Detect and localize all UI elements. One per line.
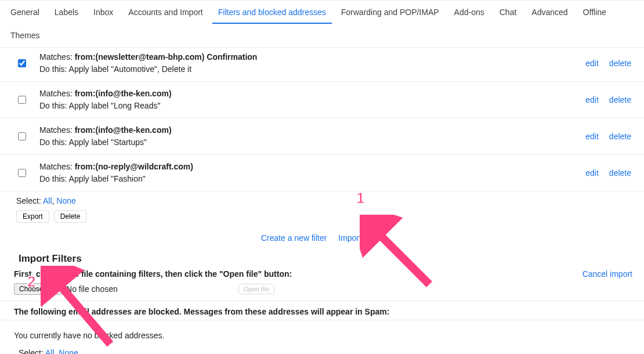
delete-button[interactable]: Delete [54, 210, 87, 223]
filter-action: Do this: Apply label "Startups" [39, 136, 585, 149]
filter-criteria: from:(newsletter@team-bhp.com) Confirmat… [75, 52, 258, 62]
file-chooser-row: Choose File No file chosen Open file [0, 282, 644, 301]
select-none-link[interactable]: None [56, 196, 75, 205]
matches-label: Matches: [39, 89, 73, 98]
blocked-header: The following email addresses are blocke… [0, 301, 644, 320]
edit-link[interactable]: edit [585, 132, 599, 141]
select-all-link[interactable]: All [43, 196, 52, 205]
filter-action: Do this: Apply label "Long Reads" [39, 100, 585, 112]
delete-link[interactable]: delete [609, 59, 631, 68]
select-bar: Select: All, None [0, 192, 644, 208]
select-label: Select: [19, 348, 44, 354]
tab-addons[interactable]: Add-ons [448, 1, 490, 24]
filter-action: Do this: Apply label "Fashion" [39, 173, 585, 185]
filter-row: Matches: from:(no-reply@wildcraft.com) D… [0, 155, 644, 192]
tab-inbox[interactable]: Inbox [88, 1, 119, 24]
filter-checkbox[interactable] [18, 132, 26, 140]
filter-criteria: from:(info@the-ken.com) [75, 125, 172, 135]
annotation-number-1: 1 [356, 189, 364, 207]
delete-link[interactable]: delete [609, 168, 631, 178]
tab-advanced[interactable]: Advanced [526, 1, 573, 24]
filters-content: Matches: from:(newsletter@team-bhp.com) … [0, 48, 644, 354]
edit-link[interactable]: edit [585, 59, 599, 68]
filter-row: Matches: from:(info@the-ken.com) Do this… [0, 82, 644, 118]
matches-label: Matches: [39, 52, 73, 62]
filter-row: Matches: from:(newsletter@team-bhp.com) … [0, 48, 644, 82]
filter-row: Matches: from:(info@the-ken.com) Do this… [0, 118, 644, 155]
matches-label: Matches: [39, 125, 73, 135]
choose-file-button[interactable]: Choose File [14, 283, 61, 295]
annotation-number-2: 2 [27, 273, 35, 291]
filter-action: Do this: Apply label "Automotive", Delet… [39, 63, 585, 75]
filter-checkbox[interactable] [18, 96, 26, 104]
export-button[interactable]: Export [16, 210, 49, 223]
settings-tabs: General Labels Inbox Accounts and Import… [0, 0, 644, 48]
filter-criteria: from:(no-reply@wildcraft.com) [75, 162, 193, 171]
tab-offline[interactable]: Offline [577, 1, 612, 24]
tab-general[interactable]: General [5, 1, 45, 24]
tab-chat[interactable]: Chat [494, 1, 523, 24]
filter-checkbox[interactable] [18, 59, 26, 67]
filter-checkbox[interactable] [18, 169, 26, 177]
open-file-button[interactable]: Open file [238, 284, 274, 294]
tab-labels[interactable]: Labels [49, 1, 84, 24]
filter-center-links: Create a new filter Import filters [0, 230, 644, 251]
tab-forwarding[interactable]: Forwarding and POP/IMAP [335, 1, 445, 24]
no-file-label: No file chosen [66, 284, 118, 294]
import-filters-heading: Import Filters [0, 251, 644, 269]
delete-link[interactable]: delete [609, 132, 631, 141]
bulk-buttons: Export Delete [0, 208, 644, 230]
blocked-select-bar: Select: All, None [0, 348, 644, 354]
blocked-empty-message: You currently have no blocked addresses. [0, 320, 644, 348]
tab-accounts[interactable]: Accounts and Import [122, 1, 208, 24]
edit-link[interactable]: edit [585, 168, 599, 178]
delete-link[interactable]: delete [609, 95, 631, 104]
import-instructions: First, choose the file containing filter… [14, 269, 292, 279]
filter-criteria: from:(info@the-ken.com) [75, 89, 172, 98]
create-filter-link[interactable]: Create a new filter [261, 233, 327, 243]
select-all-link[interactable]: All [45, 348, 55, 354]
import-filters-link[interactable]: Import filters [338, 233, 383, 243]
tab-themes[interactable]: Themes [5, 24, 46, 47]
tab-filters[interactable]: Filters and blocked addresses [212, 1, 332, 24]
edit-link[interactable]: edit [585, 95, 599, 104]
cancel-import-link[interactable]: Cancel import [583, 269, 632, 279]
select-none-link[interactable]: None [59, 348, 78, 354]
select-label: Select: [16, 196, 41, 205]
matches-label: Matches: [39, 162, 73, 171]
